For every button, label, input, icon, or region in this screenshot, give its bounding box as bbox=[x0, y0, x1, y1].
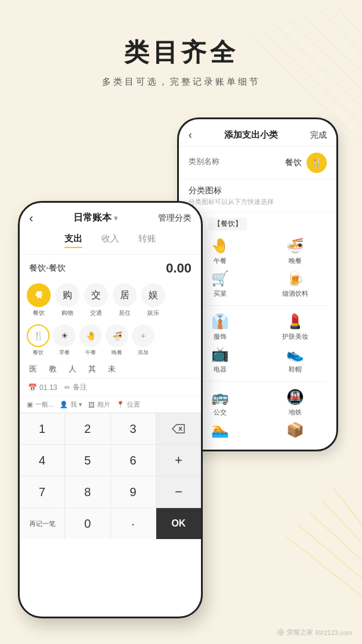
key-backspace[interactable] bbox=[156, 413, 201, 444]
sub-cat-label-add: 添加 bbox=[138, 349, 148, 357]
front-back-icon[interactable]: ‹ bbox=[29, 211, 33, 225]
page-sub-title: 多类目可选，完整记录账单细节 bbox=[0, 76, 362, 88]
person-label: 我 ▾ bbox=[70, 400, 82, 409]
front-tabs: 支出 收入 转账 bbox=[20, 230, 201, 255]
date-note-row: 📅 01.13 ✏ 备注 bbox=[20, 378, 201, 396]
beauty-label: 护肤美妆 bbox=[282, 332, 308, 341]
icon-grid-item-dinner[interactable]: 🍜 晚餐 bbox=[260, 237, 330, 265]
grocery-icon: 🛒 bbox=[211, 270, 229, 287]
cat-btn-food[interactable]: 餐 餐饮 bbox=[27, 283, 51, 317]
key-1[interactable]: 1 bbox=[20, 413, 64, 444]
phones-container: ‹ 添加支出小类 完成 类别名称 餐饮 🍴 分类图标 分类图标可以从下方快速选择 bbox=[0, 106, 362, 595]
lunch-label: 午餐 bbox=[214, 256, 227, 265]
key-3[interactable]: 3 bbox=[111, 413, 156, 444]
bottom-bar-location[interactable]: 📍 位置 bbox=[116, 400, 140, 409]
sub-cat-breakfast[interactable]: ☀ 早餐 bbox=[53, 324, 76, 357]
key-2[interactable]: 2 bbox=[65, 413, 110, 444]
numpad: 1 2 3 4 5 6 + 7 8 9 − 再记一笔 0 · bbox=[20, 413, 201, 539]
bus-icon: 🚌 bbox=[211, 389, 229, 405]
account-label: 一般... bbox=[35, 400, 54, 409]
sub-cat-dining[interactable]: 🍴 餐饮 bbox=[27, 324, 49, 357]
lunch-icon: 🤚 bbox=[211, 237, 229, 254]
cat-btn-transport[interactable]: 交 交通 bbox=[84, 283, 108, 317]
clothes-label: 服饰 bbox=[214, 332, 227, 341]
appliance-icon: 📺 bbox=[211, 346, 229, 363]
date-value: 01.13 bbox=[39, 383, 57, 392]
back-phone-back-icon[interactable]: ‹ bbox=[188, 129, 192, 141]
tab-expense[interactable]: 支出 bbox=[64, 233, 82, 248]
beauty-icon: 💄 bbox=[286, 313, 304, 330]
page-main-title: 类目齐全 bbox=[0, 36, 362, 69]
category-icon-circle[interactable]: 🍴 bbox=[307, 153, 327, 173]
sub-cat-add[interactable]: + 添加 bbox=[132, 324, 154, 357]
icon-grid-item-alcohol[interactable]: 🍺 烟酒饮料 bbox=[260, 270, 330, 298]
key-6[interactable]: 6 bbox=[111, 445, 156, 476]
shoes-label: 鞋帽 bbox=[289, 365, 302, 374]
category-icon-symbol: 🍴 bbox=[311, 157, 323, 169]
dinner-label: 晚餐 bbox=[289, 256, 302, 265]
clothes-icon: 👔 bbox=[211, 313, 229, 330]
back-phone-done-button[interactable]: 完成 bbox=[310, 130, 327, 141]
photo-icon: 🖼 bbox=[88, 401, 95, 408]
icon-grid-item-beauty[interactable]: 💄 护肤美妆 bbox=[260, 313, 330, 341]
more-cat-other[interactable]: 其 bbox=[88, 364, 96, 374]
key-dot[interactable]: · bbox=[111, 508, 156, 539]
icon-grid-item-subway[interactable]: 🚇 地铁 bbox=[260, 389, 330, 417]
location-icon: 📍 bbox=[116, 401, 125, 408]
front-title-text: 日常账本 bbox=[73, 212, 112, 224]
front-header: ‹ 日常账本 ▾ 管理分类 bbox=[20, 203, 201, 230]
cat-btn-housing[interactable]: 居 居住 bbox=[113, 283, 137, 317]
tab-transfer[interactable]: 转账 bbox=[138, 233, 156, 248]
key-4[interactable]: 4 bbox=[20, 445, 64, 476]
bottom-bar-account[interactable]: ▣ 一般... bbox=[27, 400, 54, 409]
amount-value: 0.00 bbox=[166, 261, 191, 276]
category-name-value: 餐饮 bbox=[285, 157, 302, 168]
date-item[interactable]: 📅 01.13 bbox=[28, 382, 57, 392]
shoes-icon: 👟 bbox=[286, 346, 304, 363]
back-phone-title: 添加支出小类 bbox=[224, 129, 278, 141]
front-title-dropdown-icon[interactable]: ▾ bbox=[114, 214, 117, 222]
icon-sub-label: 分类图标可以从下方快速选择 bbox=[188, 197, 327, 206]
amount-category-label: 餐饮-餐饮 bbox=[29, 263, 66, 274]
sub-cat-label-dinner: 晚餐 bbox=[112, 349, 122, 357]
note-item[interactable]: ✏ 备注 bbox=[64, 382, 87, 392]
category-name-label: 类别名称 bbox=[188, 156, 219, 167]
key-7[interactable]: 7 bbox=[20, 476, 64, 507]
key-8[interactable]: 8 bbox=[65, 476, 110, 507]
sub-cat-dinner[interactable]: 🍜 晚餐 bbox=[106, 324, 128, 357]
watermark-text: 荣耀之家 bbox=[287, 628, 313, 637]
main-categories: 餐 餐饮 购 购物 交 交通 居 居住 娱 娱乐 bbox=[20, 281, 201, 322]
more-cat-uncategorized[interactable]: 未 bbox=[108, 364, 116, 374]
cat-label-entertainment: 娱乐 bbox=[147, 309, 159, 317]
more-cat-medical[interactable]: 医 bbox=[29, 364, 37, 374]
alcohol-icon: 🍺 bbox=[286, 270, 304, 287]
more-cat-education[interactable]: 教 bbox=[49, 364, 57, 374]
front-manage-button[interactable]: 管理分类 bbox=[158, 213, 191, 224]
tab-income[interactable]: 收入 bbox=[101, 233, 119, 248]
cat-btn-shopping[interactable]: 购 购物 bbox=[55, 283, 79, 317]
sub-cat-label-lunch: 午餐 bbox=[85, 349, 96, 357]
cat-label-transport: 交通 bbox=[90, 309, 102, 317]
key-again[interactable]: 再记一笔 bbox=[20, 508, 64, 539]
subway-icon: 🚇 bbox=[286, 389, 304, 405]
more-categories: 医 教 人 其 未 bbox=[20, 361, 201, 378]
sub-cat-lunch[interactable]: 🤚 午餐 bbox=[79, 324, 102, 357]
key-minus[interactable]: − bbox=[156, 476, 201, 507]
key-ok[interactable]: OK bbox=[156, 508, 201, 539]
bottom-bar-person[interactable]: 👤 我 ▾ bbox=[60, 400, 82, 409]
sub-cat-icon-add: + bbox=[132, 324, 154, 347]
key-plus[interactable]: + bbox=[156, 445, 201, 476]
icon-grid-item-shoes[interactable]: 👟 鞋帽 bbox=[260, 346, 330, 374]
cat-icon-shopping: 购 bbox=[55, 283, 79, 307]
icon-grid-item-misc[interactable]: 📦 bbox=[260, 422, 330, 441]
back-phone-header: ‹ 添加支出小类 完成 bbox=[179, 119, 336, 147]
key-0[interactable]: 0 bbox=[65, 508, 110, 539]
more-cat-person[interactable]: 人 bbox=[69, 364, 76, 374]
sub-cat-label-breakfast: 早餐 bbox=[59, 349, 70, 357]
note-value: 备注 bbox=[73, 382, 87, 392]
daily-tag: 【餐饮】 bbox=[209, 218, 247, 230]
key-9[interactable]: 9 bbox=[111, 476, 156, 507]
key-5[interactable]: 5 bbox=[65, 445, 110, 476]
bottom-bar-photo[interactable]: 🖼 相片 bbox=[88, 400, 110, 409]
cat-btn-entertainment[interactable]: 娱 娱乐 bbox=[141, 283, 165, 317]
